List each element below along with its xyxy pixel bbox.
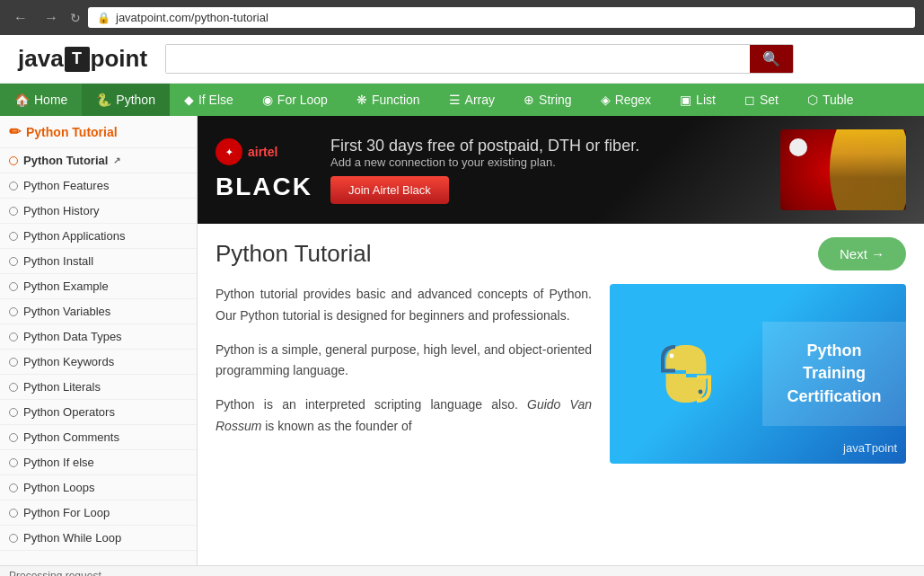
nav-array[interactable]: ☰ Array [435, 84, 509, 116]
bullet-icon [9, 433, 18, 442]
main-layout: ✏ Python Tutorial Python Tutorial ↗ Pyth… [0, 116, 924, 565]
sidebar-item-python-comments[interactable]: Python Comments [0, 425, 197, 450]
bullet-icon [9, 207, 18, 216]
sidebar-item-python-applications[interactable]: Python Applications [0, 224, 197, 249]
svg-point-0 [670, 354, 674, 359]
ad-brand-tag: BLACK [216, 173, 312, 201]
person-head [789, 138, 807, 156]
bullet-icon [9, 182, 18, 191]
nav-set[interactable]: ◻ Set [730, 84, 793, 116]
url-bar: 🔒 javatpoint.com/python-tutorial [88, 7, 915, 28]
refresh-button[interactable]: ↻ [70, 11, 81, 25]
ad-image [780, 129, 906, 210]
sidebar-item-python-while-loop[interactable]: Python While Loop [0, 526, 197, 551]
airtel-icon: ✦ [216, 138, 242, 165]
logo-t: T [65, 47, 90, 72]
nav-list[interactable]: ▣ List [665, 84, 730, 116]
ad-center: First 30 days free of postpaid, DTH or f… [312, 137, 780, 204]
search-bar: 🔍 [165, 44, 794, 74]
bullet-icon [9, 358, 18, 367]
pencil-icon: ✏ [9, 123, 21, 140]
ad-banner[interactable]: ✦ airtel BLACK First 30 days free of pos… [198, 116, 924, 224]
nav-home[interactable]: 🏠 Home [0, 84, 82, 116]
lock-icon: 🔒 [97, 12, 110, 24]
sidebar-active-tutorial[interactable]: ✏ Python Tutorial [0, 116, 197, 148]
browser-chrome: ← → ↻ 🔒 javatpoint.com/python-tutorial [0, 0, 924, 35]
bullet-icon [9, 534, 18, 543]
article-certification-image: Python Training Certification javaTpoint [610, 284, 906, 464]
back-button[interactable]: ← [9, 8, 32, 28]
bullet-icon [9, 257, 18, 266]
cert-title: Python Training Certification [776, 340, 893, 408]
status-bar: Processing request... [0, 565, 924, 576]
bullet-icon [9, 483, 18, 492]
status-text: Processing request... [9, 570, 110, 576]
sidebar-item-python-literals[interactable]: Python Literals [0, 375, 197, 400]
sidebar-item-python-data-types[interactable]: Python Data Types [0, 324, 197, 350]
cert-brand: javaTpoint [843, 441, 897, 455]
logo-point: point [91, 45, 148, 73]
bullet-icon [9, 156, 18, 165]
ad-left: ✦ airtel BLACK [216, 138, 312, 201]
sidebar-item-python-if-else[interactable]: Python If else [0, 450, 197, 475]
external-link-icon: ↗ [113, 155, 120, 165]
search-input[interactable] [166, 45, 750, 73]
cert-text-area: Python Training Certification [762, 322, 906, 426]
article-text: Python tutorial provides basic and advan… [216, 284, 592, 464]
nav-string[interactable]: ⊕ String [509, 84, 586, 116]
svg-point-1 [699, 390, 703, 394]
article-para-1: Python tutorial provides basic and advan… [216, 284, 592, 327]
bullet-icon [9, 408, 18, 417]
nav-tuple[interactable]: ⬡ Tuble [793, 84, 868, 116]
bullet-icon [9, 282, 18, 291]
ad-subline: Add a new connection to your existing pl… [330, 155, 762, 169]
forward-button[interactable]: → [40, 8, 63, 28]
person-silhouette [825, 129, 906, 210]
ad-headline: First 30 days free of postpaid, DTH or f… [330, 137, 762, 155]
url-text: javatpoint.com/python-tutorial [116, 11, 268, 24]
sidebar-item-python-install[interactable]: Python Install [0, 249, 197, 274]
sidebar-item-python-keywords[interactable]: Python Keywords [0, 350, 197, 375]
search-button[interactable]: 🔍 [750, 45, 793, 73]
sidebar-item-python-history[interactable]: Python History [0, 199, 197, 224]
nav-forloop[interactable]: ◉ For Loop [248, 84, 342, 116]
bullet-icon [9, 307, 18, 316]
sidebar-item-python-variables[interactable]: Python Variables [0, 299, 197, 324]
python-logo-area [610, 320, 762, 428]
bullet-icon [9, 383, 18, 392]
article-para-3: Python is an interpreted scripting langu… [216, 394, 592, 438]
ad-cta-button[interactable]: Join Airtel Black [330, 176, 449, 204]
article: Python Tutorial Next → Python tutorial p… [198, 224, 924, 477]
logo-java: java [18, 45, 64, 73]
article-header: Python Tutorial Next → [216, 237, 906, 270]
bullet-icon [9, 458, 18, 467]
sidebar-item-python-for-loop[interactable]: Python For Loop [0, 501, 197, 526]
nav-function[interactable]: ❋ Function [342, 84, 435, 116]
nav-ifelse[interactable]: ◆ If Else [170, 84, 248, 116]
main-content: ✦ airtel BLACK First 30 days free of pos… [198, 116, 924, 565]
sidebar-item-python-features[interactable]: Python Features [0, 173, 197, 199]
python-logo-svg [650, 338, 722, 410]
bullet-icon [9, 332, 18, 341]
sidebar: ✏ Python Tutorial Python Tutorial ↗ Pyth… [0, 116, 198, 565]
sidebar-item-python-loops[interactable]: Python Loops [0, 475, 197, 501]
airtel-logo: ✦ airtel [216, 138, 312, 165]
sidebar-item-python-tutorial[interactable]: Python Tutorial ↗ [0, 148, 197, 173]
nav-regex[interactable]: ◈ Regex [586, 84, 665, 116]
nav-python[interactable]: 🐍 Python [82, 84, 170, 116]
site-header: java T point 🔍 [0, 35, 924, 84]
nav-bar: 🏠 Home 🐍 Python ◆ If Else ◉ For Loop ❋ F… [0, 84, 924, 116]
bullet-icon [9, 232, 18, 241]
bullet-icon [9, 509, 18, 518]
article-body: Python tutorial provides basic and advan… [216, 284, 906, 464]
article-para-2: Python is a simple, general purpose, hig… [216, 340, 592, 383]
article-title: Python Tutorial [216, 240, 371, 268]
sidebar-item-python-example[interactable]: Python Example [0, 274, 197, 299]
site-logo[interactable]: java T point [18, 45, 147, 73]
airtel-brand: airtel [248, 145, 277, 159]
next-button[interactable]: Next → [818, 237, 906, 270]
sidebar-item-python-operators[interactable]: Python Operators [0, 400, 197, 425]
